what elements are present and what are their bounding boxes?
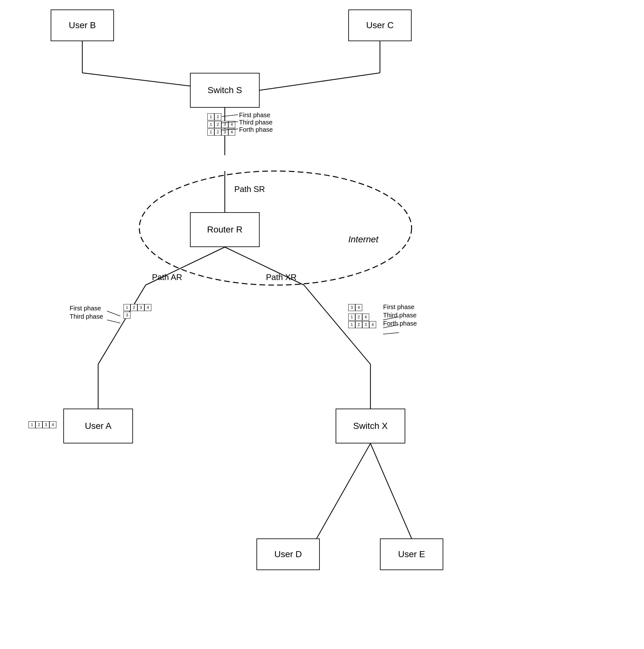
path-ar-first-phase-label: First phase	[70, 305, 101, 312]
user-b-label: User B	[69, 20, 96, 31]
phase-cell: 3	[362, 321, 369, 328]
svg-point-14	[139, 171, 412, 285]
path-xr-phase-row1: 1 2 4	[348, 313, 376, 320]
phase-cell: 1	[124, 304, 131, 311]
switch-s-node: Switch S	[190, 73, 260, 108]
diagram: User B User C Switch S 1 2 1 2 3 4 1 2 3…	[0, 0, 644, 649]
user-c-node: User C	[348, 9, 412, 41]
phase-cell: 2	[131, 304, 137, 311]
phase-cell: 4	[144, 304, 151, 311]
user-c-label: User C	[366, 20, 394, 31]
phase-cell: 3	[221, 121, 228, 128]
path-xr-phases-top: 3 4	[348, 304, 362, 311]
path-xr-phase-row-top: 3 4	[348, 304, 362, 311]
switch-s-label: Switch S	[208, 85, 242, 95]
phase-cell: 4	[228, 121, 235, 128]
phase-cell: 4	[228, 129, 235, 136]
phase-cell: 2	[355, 321, 362, 328]
phase-cell: 1	[348, 313, 355, 320]
router-r-node: Router R	[190, 212, 260, 247]
svg-line-18	[107, 311, 120, 316]
path-xr-third-phase-label: Third phase	[383, 312, 417, 319]
phase-cell: 3	[42, 421, 49, 428]
phase-cell: 1	[29, 421, 36, 428]
phase-cell: 3	[221, 129, 228, 136]
path-xr-first-phase-label: First phase	[383, 303, 414, 311]
path-sr-label: Path SR	[234, 184, 265, 194]
switch-x-label: Switch X	[353, 421, 388, 431]
phase-cell: 1	[208, 129, 214, 136]
path-xr-forth-phase-label: Forth phase	[383, 320, 417, 327]
user-a-node: User A	[63, 408, 133, 443]
phase-cell: 1	[208, 114, 214, 120]
svg-line-13	[370, 443, 412, 538]
phase-cell: 2	[214, 121, 221, 128]
switch-s-phase-row3: 1 2 3 4	[208, 129, 235, 136]
phase-cell: 2	[214, 129, 221, 136]
phase-cell: 3	[124, 312, 131, 319]
switch-s-phases: 1 2 1 2 3 4 1 2 3 4	[208, 114, 235, 136]
phase-cell: 2	[36, 421, 42, 428]
phase-cell: 3	[348, 304, 355, 311]
phase-cell: 2	[214, 114, 221, 120]
path-ar-phases: 1 2 3 4 3	[124, 304, 151, 319]
svg-line-19	[107, 320, 120, 323]
phase-cell: 4	[49, 421, 56, 428]
user-a-label: User A	[85, 421, 111, 431]
path-ar-phase-row2: 3	[124, 312, 151, 319]
phase-cell: 4	[362, 313, 369, 320]
user-d-label: User D	[274, 549, 302, 559]
router-r-label: Router R	[207, 225, 242, 235]
path-ar-phase-row1: 1 2 3 4	[124, 304, 151, 311]
annotation-lines	[0, 0, 644, 649]
user-a-phases: 1 2 3 4	[29, 421, 56, 428]
phase-cell: 3	[137, 304, 144, 311]
switch-s-third-phase-label: Third phase	[239, 119, 273, 126]
switch-x-node: Switch X	[336, 408, 405, 443]
phase-cell: 4	[369, 321, 376, 328]
path-xr-label: Path XR	[266, 272, 297, 282]
user-b-node: User B	[51, 9, 114, 41]
phase-cell: 2	[355, 313, 362, 320]
user-a-phase-row1: 1 2 3 4	[29, 421, 56, 428]
phase-cell: 4	[355, 304, 362, 311]
svg-line-22	[383, 333, 399, 334]
svg-line-3	[260, 73, 380, 90]
path-ar-label: Path AR	[152, 272, 182, 282]
internet-label: Internet	[348, 234, 378, 245]
phase-cell: 1	[348, 321, 355, 328]
user-e-label: User E	[398, 549, 425, 559]
path-xr-phase-row2: 1 2 3 4	[348, 321, 376, 328]
user-e-node: User E	[380, 538, 443, 570]
switch-s-phase-row1: 1 2	[208, 114, 235, 120]
switch-s-forth-phase-label: Forth phase	[239, 126, 273, 133]
switch-s-first-phase-label: First phase	[239, 112, 270, 119]
phase-cell: 1	[208, 121, 214, 128]
path-ar-third-phase-label: Third phase	[70, 313, 103, 320]
svg-line-12	[317, 443, 370, 538]
path-xr-phases-mid: 1 2 4 1 2 3 4	[348, 313, 376, 328]
svg-line-7	[98, 285, 146, 364]
switch-s-phase-row2: 1 2 3 4	[208, 121, 235, 128]
user-d-node: User D	[257, 538, 320, 570]
connection-lines	[0, 0, 644, 649]
